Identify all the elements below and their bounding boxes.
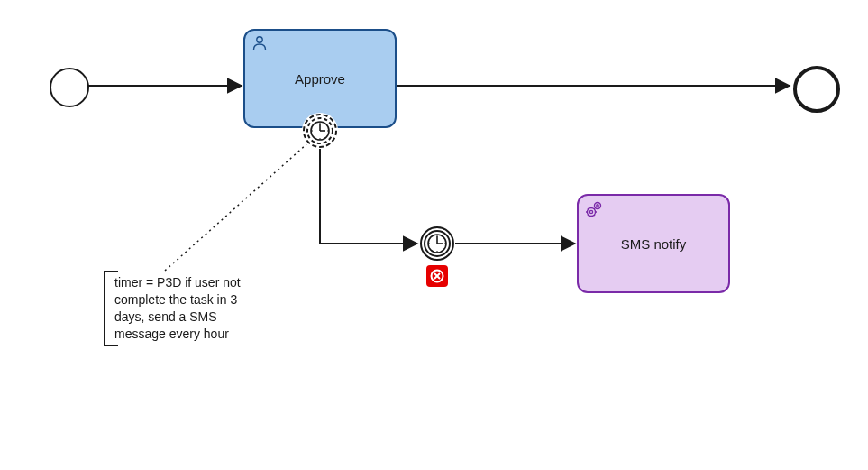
timer-icon: [302, 113, 338, 149]
error-marker-icon: [426, 265, 448, 287]
svg-line-29: [594, 215, 595, 216]
association-annotation-to-timer: [165, 144, 306, 271]
svg-point-32: [595, 203, 601, 209]
svg-line-28: [588, 208, 589, 209]
service-task-icon: [584, 199, 604, 222]
annotation-text: timer = P3D if user not complete the tas…: [114, 275, 241, 341]
svg-point-23: [589, 210, 592, 213]
sms-notify-service-task[interactable]: SMS notify: [577, 194, 730, 293]
intermediate-timer-event[interactable]: [419, 226, 455, 262]
flow-boundary-to-intermediate: [320, 149, 417, 244]
approve-task-label: Approve: [295, 71, 345, 87]
start-event[interactable]: [50, 68, 89, 107]
timer-icon: [419, 226, 455, 262]
boundary-timer-event[interactable]: [302, 113, 338, 149]
svg-point-0: [257, 37, 262, 42]
svg-point-33: [597, 205, 598, 207]
end-event[interactable]: [793, 66, 840, 113]
text-annotation[interactable]: timer = P3D if user not complete the tas…: [104, 271, 255, 346]
sms-task-label: SMS notify: [621, 236, 687, 252]
svg-line-30: [588, 215, 589, 216]
user-task-icon: [251, 34, 269, 55]
svg-line-31: [594, 208, 595, 209]
